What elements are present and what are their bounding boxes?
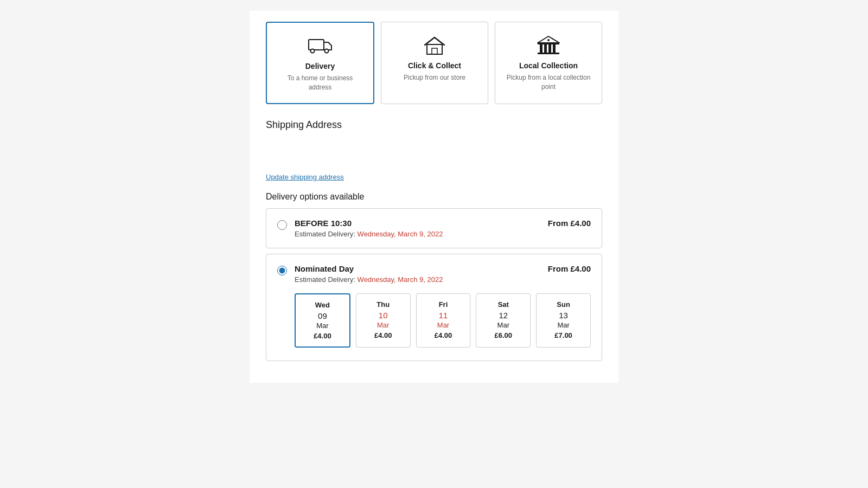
svg-rect-9 (540, 44, 542, 53)
svg-point-13 (547, 39, 550, 41)
delivery-card-click-collect-subtitle: Pickup from our store (404, 73, 465, 82)
estimated-date-before-1030: Wednesday, March 9, 2022 (358, 230, 443, 238)
delivery-card-click-collect[interactable]: Click & Collect Pickup from our store (381, 22, 488, 104)
date-num-sat: 12 (499, 311, 508, 320)
delivery-card-delivery-subtitle: To a home or business address (276, 74, 365, 92)
date-day-sun: Sun (557, 300, 570, 309)
delivery-card-click-collect-title: Click & Collect (408, 61, 461, 70)
date-price-thu: £4.00 (374, 331, 392, 339)
date-num-sun: 13 (559, 311, 568, 320)
delivery-card-local-collection-title: Local Collection (519, 61, 578, 70)
radio-nominated-day[interactable] (277, 266, 287, 275)
date-price-sat: £6.00 (495, 331, 513, 339)
date-card-fri[interactable]: Fri 11 Mar £4.00 (416, 293, 471, 348)
date-day-thu: Thu (376, 300, 390, 309)
option-details-before-1030: BEFORE 10:30 Estimated Delivery: Wednesd… (295, 219, 540, 238)
date-num-thu: 10 (379, 311, 388, 320)
date-day-fri: Fri (439, 300, 448, 309)
delivery-card-local-collection-subtitle: Pickup from a local collection point (504, 73, 593, 92)
radio-before-1030[interactable] (277, 220, 287, 230)
shipping-address-title: Shipping Address (266, 119, 602, 131)
date-picker-row: Wed 09 Mar £4.00 Thu 10 Mar £4.00 Fr (295, 293, 591, 348)
delivery-options-title: Delivery options available (266, 192, 602, 202)
date-month-sun: Mar (557, 321, 569, 329)
option-details-nominated-day: Nominated Day Estimated Delivery: Wednes… (295, 264, 540, 284)
truck-icon (308, 36, 332, 55)
date-month-sat: Mar (497, 321, 509, 329)
option-header-nominated-day: Nominated Day Estimated Delivery: Wednes… (277, 264, 591, 284)
delivery-option-before-1030[interactable]: BEFORE 10:30 Estimated Delivery: Wednesd… (266, 208, 602, 248)
svg-point-1 (311, 49, 315, 53)
date-num-wed: 09 (318, 311, 327, 320)
house-icon (423, 35, 446, 55)
svg-rect-7 (538, 53, 559, 54)
shipping-address-section: Shipping Address Update shipping address (266, 119, 602, 192)
option-header-before-1030: BEFORE 10:30 Estimated Delivery: Wednesd… (277, 219, 591, 238)
date-card-thu[interactable]: Thu 10 Mar £4.00 (356, 293, 411, 348)
date-price-sun: £7.00 (554, 331, 572, 339)
main-content: Delivery To a home or business address C… (250, 11, 618, 383)
delivery-card-delivery[interactable]: Delivery To a home or business address (266, 22, 374, 104)
date-num-fri: 11 (439, 311, 448, 320)
option-estimated-nominated-day: Estimated Delivery: Wednesday, March 9, … (295, 275, 540, 284)
delivery-card-local-collection[interactable]: Local Collection Pickup from a local col… (495, 22, 602, 104)
date-month-wed: Mar (316, 322, 328, 330)
estimated-date-nominated-day: Wednesday, March 9, 2022 (358, 275, 443, 284)
option-name-before-1030: BEFORE 10:30 (295, 219, 540, 228)
option-estimated-before-1030: Estimated Delivery: Wednesday, March 9, … (295, 230, 540, 238)
date-card-sat[interactable]: Sat 12 Mar £6.00 (476, 293, 531, 348)
delivery-type-row: Delivery To a home or business address C… (266, 22, 602, 104)
option-price-before-1030: From £4.00 (548, 219, 591, 228)
delivery-options-section: Delivery options available BEFORE 10:30 … (266, 192, 602, 361)
svg-rect-6 (432, 48, 437, 54)
date-card-sun[interactable]: Sun 13 Mar £7.00 (536, 293, 591, 348)
date-price-fri: £4.00 (435, 331, 452, 339)
svg-rect-12 (553, 44, 556, 53)
date-day-sat: Sat (498, 300, 509, 309)
svg-rect-0 (309, 40, 324, 50)
delivery-card-delivery-title: Delivery (305, 62, 335, 70)
svg-rect-10 (544, 44, 547, 53)
svg-point-2 (325, 49, 329, 53)
option-name-nominated-day: Nominated Day (295, 264, 540, 273)
svg-rect-5 (427, 44, 442, 54)
date-price-wed: £4.00 (314, 332, 331, 340)
page-container: Delivery To a home or business address C… (0, 0, 868, 488)
date-day-wed: Wed (315, 301, 330, 309)
option-price-nominated-day: From £4.00 (548, 264, 591, 273)
date-month-thu: Mar (377, 321, 389, 329)
date-month-fri: Mar (437, 321, 449, 329)
date-card-wed[interactable]: Wed 09 Mar £4.00 (295, 293, 350, 348)
bank-icon (537, 35, 560, 55)
address-spacer (266, 139, 602, 172)
update-shipping-address-link[interactable]: Update shipping address (266, 173, 344, 181)
delivery-option-nominated-day[interactable]: Nominated Day Estimated Delivery: Wednes… (266, 254, 602, 361)
svg-rect-11 (548, 44, 551, 53)
